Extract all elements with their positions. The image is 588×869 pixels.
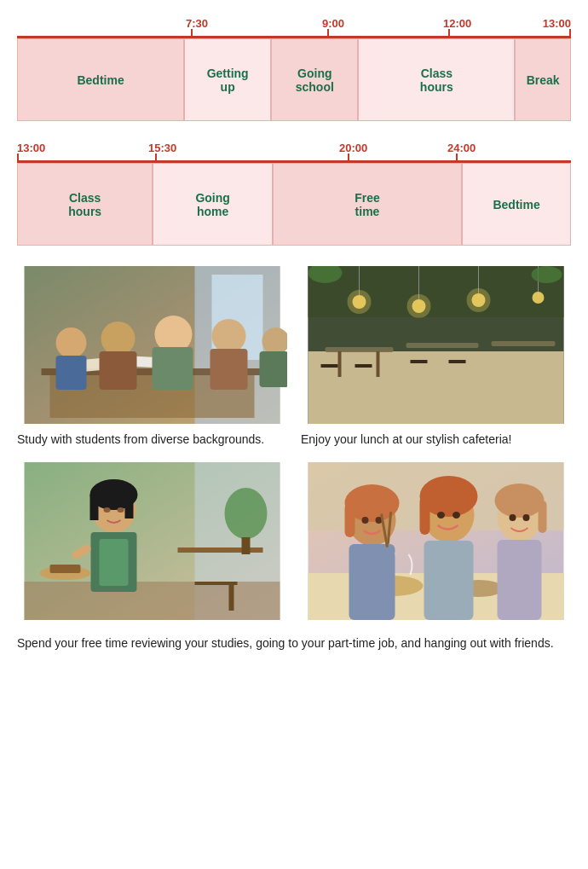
timeline-row-1: 7:30 9:00 12:00 13:00 Bedtime Gettingup …	[17, 17, 571, 121]
svg-point-7	[56, 327, 87, 358]
svg-point-41	[532, 266, 562, 283]
svg-rect-79	[442, 492, 461, 507]
svg-point-27	[467, 288, 491, 312]
segment-going-school: Goingschool	[271, 38, 358, 121]
svg-rect-18	[308, 266, 564, 317]
svg-rect-78	[420, 496, 430, 535]
image-cafeteria	[301, 266, 571, 424]
svg-rect-34	[338, 351, 342, 377]
svg-rect-70	[368, 498, 383, 512]
svg-rect-37	[355, 364, 372, 368]
svg-point-21	[348, 290, 372, 314]
svg-rect-30	[308, 351, 564, 424]
caption-cafeteria: Enjoy your lunch at our stylish cafeteri…	[301, 431, 571, 449]
svg-point-13	[212, 319, 246, 353]
segment-break: Break	[515, 38, 571, 121]
svg-rect-14	[210, 349, 248, 390]
time-label-900: 9:00	[322, 17, 344, 30]
timeline-row-2: 13:00 15:30 20:00 24:00 Classhours Going…	[17, 142, 571, 246]
image-friends	[301, 462, 571, 620]
svg-point-71	[362, 517, 369, 524]
svg-rect-88	[498, 540, 542, 620]
svg-rect-42	[308, 317, 564, 351]
svg-rect-82	[424, 541, 474, 620]
caption-bottom: Spend your free time reviewing your stud…	[17, 634, 571, 652]
svg-rect-60	[195, 582, 238, 585]
segment-free-time: Freetime	[273, 163, 462, 246]
svg-rect-52	[125, 495, 134, 519]
image-block-cafeteria: Enjoy your lunch at our stylish cafeteri…	[301, 266, 571, 449]
segment-class-hours-2: Classhours	[17, 163, 153, 246]
timeline-section: 7:30 9:00 12:00 13:00 Bedtime Gettingup …	[17, 17, 571, 246]
svg-rect-48	[242, 537, 251, 554]
svg-rect-69	[345, 503, 355, 537]
segment-bedtime-2: Bedtime	[462, 163, 571, 246]
segment-going-home: Goinghome	[153, 163, 272, 246]
time-label-1300b: 13:00	[17, 142, 45, 154]
svg-point-47	[225, 488, 268, 539]
time-label-730: 7:30	[186, 17, 208, 30]
time-label-2400: 24:00	[447, 142, 476, 154]
svg-point-87	[523, 514, 530, 521]
time-label-1200: 12:00	[443, 17, 471, 30]
svg-rect-36	[321, 364, 338, 368]
image-row-2	[17, 462, 571, 620]
svg-rect-12	[153, 347, 193, 390]
segment-bedtime-1: Bedtime	[17, 38, 184, 121]
svg-rect-8	[56, 356, 87, 390]
svg-rect-16	[260, 351, 288, 387]
svg-rect-45	[25, 582, 280, 620]
image-block-parttime	[17, 462, 287, 620]
segment-class-hours-1: Classhours	[358, 38, 515, 121]
svg-point-53	[104, 507, 111, 513]
image-block-study: Study with students from diverse backgro…	[17, 266, 287, 449]
image-parttime	[17, 462, 287, 620]
svg-rect-56	[100, 539, 129, 586]
segment-getting-up: Gettingup	[184, 38, 271, 121]
svg-point-84	[495, 484, 545, 518]
svg-point-81	[453, 512, 460, 519]
image-row-1: Study with students from diverse backgro…	[17, 266, 571, 449]
svg-rect-35	[377, 351, 380, 377]
svg-rect-61	[229, 585, 234, 611]
svg-rect-51	[90, 495, 99, 520]
svg-rect-39	[449, 360, 466, 363]
svg-point-29	[533, 292, 545, 304]
svg-point-86	[510, 514, 516, 521]
svg-rect-73	[349, 544, 395, 620]
svg-point-54	[118, 507, 124, 513]
svg-rect-10	[100, 351, 137, 390]
caption-study: Study with students from diverse backgro…	[17, 431, 287, 449]
time-label-1300: 13:00	[543, 17, 571, 30]
time-label-1530: 15:30	[148, 142, 176, 154]
svg-rect-38	[411, 360, 428, 363]
svg-rect-59	[50, 565, 81, 573]
svg-point-24	[407, 294, 431, 318]
svg-point-9	[101, 322, 135, 356]
svg-rect-85	[539, 501, 547, 533]
svg-point-80	[437, 512, 445, 519]
time-label-2000: 20:00	[339, 142, 367, 154]
image-block-friends	[301, 462, 571, 620]
image-study	[17, 266, 287, 424]
images-section: Study with students from diverse backgro…	[17, 266, 571, 652]
